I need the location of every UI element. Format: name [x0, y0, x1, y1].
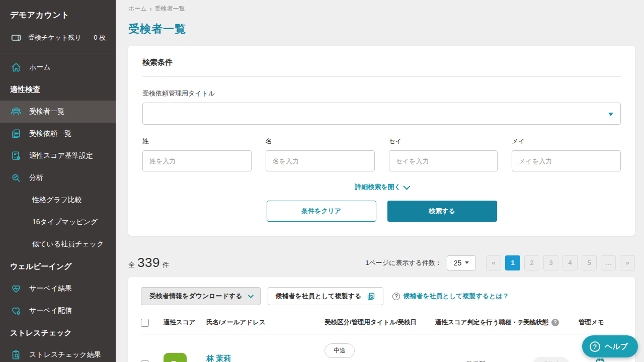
chevron-down-icon	[403, 183, 410, 190]
select-all-checkbox[interactable]	[141, 319, 149, 327]
ticket-icon	[10, 32, 22, 44]
pagination-prev[interactable]: «	[486, 255, 501, 270]
last-name-kana-input[interactable]	[389, 150, 498, 171]
sidebar-item-request-list[interactable]: 受検依頼一覧	[0, 123, 116, 145]
sidebar-section-stress: ストレスチェック	[0, 322, 116, 344]
total-prefix: 全	[128, 260, 135, 269]
status-badge: 受検済	[533, 357, 569, 362]
people-group-icon	[10, 106, 22, 118]
help-question-icon: ?	[590, 341, 600, 352]
first-name-kana-input[interactable]	[512, 150, 621, 171]
main-content: ホーム › 受検者一覧 受検者一覧 検索条件 受検依頼管理用タイトル 姓 名 セ…	[116, 0, 644, 362]
help-button[interactable]: ? ヘルプ	[582, 335, 638, 357]
help-label: ヘルプ	[605, 342, 628, 351]
sidebar-item-stress-results[interactable]: ストレスチェック結果	[0, 344, 116, 362]
search-heading: 検索条件	[142, 58, 621, 67]
last-name-input[interactable]	[142, 150, 252, 171]
name-fields: 姓 名 セイ メイ	[142, 137, 621, 171]
sidebar-item-label: 受検者一覧	[29, 107, 64, 116]
ticket-count: 0 枚	[94, 33, 106, 42]
chevron-down-icon	[248, 293, 254, 298]
pagination: « 1 2 3 4 5 … »	[486, 255, 635, 270]
per-page-value: 25	[454, 259, 462, 267]
col-header-memo: 管理メモ	[579, 318, 622, 327]
per-page-label: 1ページに表示する件数：	[365, 258, 442, 267]
page-title: 受検者一覧	[128, 22, 635, 37]
duplicate-button-label: 候補者を社員として複製する	[275, 292, 361, 301]
duplicate-help-label: 候補者を社員として複製するとは？	[403, 292, 509, 301]
sidebar: デモアカウント 受検チケット残り 0 枚 ホーム 適性検査 受検者一覧 受検依頼…	[0, 0, 116, 362]
first-name-input[interactable]	[266, 150, 375, 171]
col-header-score: 適性スコア	[164, 318, 206, 327]
heart-gear-icon	[10, 305, 22, 317]
sidebar-item-home[interactable]: ホーム	[0, 56, 116, 78]
status-header-label: 受検状態	[523, 318, 548, 327]
pagination-page-1[interactable]: 1	[505, 255, 520, 270]
duplicate-icon	[366, 292, 376, 301]
breadcrumb-separator: ›	[150, 6, 152, 13]
sidebar-item-label: 性格グラフ比較	[32, 196, 82, 205]
pagination-ellipsis[interactable]: …	[601, 255, 616, 270]
sidebar-item-survey-delivery[interactable]: サーベイ配信	[0, 300, 116, 322]
col-header-exam: 受検区分/管理用タイトル/受検日	[325, 318, 435, 327]
sidebar-item-16type-mapping[interactable]: 16タイプマッピング	[0, 211, 116, 233]
sidebar-item-label: 適性スコア基準設定	[29, 151, 93, 160]
sidebar-item-score-settings[interactable]: A⁺ 適性スコア基準設定	[0, 145, 116, 167]
sidebar-section-wellbeing: ウェルビーイング	[0, 255, 116, 278]
divider	[142, 76, 621, 77]
score-badge: C-	[164, 353, 187, 362]
col-header-team: 適性スコア判定を行う職種・チーム	[435, 318, 523, 327]
pagination-page-3[interactable]: 3	[543, 255, 558, 270]
team-name: 営業部	[466, 360, 486, 362]
sidebar-divider	[0, 53, 116, 53]
last-name-kana-label: セイ	[389, 137, 498, 146]
pagination-next[interactable]: »	[620, 255, 635, 270]
ticket-label: 受検チケット残り	[28, 33, 82, 42]
status-cell: 受検済	[523, 357, 579, 362]
clear-conditions-button[interactable]: 条件をクリア	[267, 201, 376, 222]
sidebar-item-analysis[interactable]: 分析	[0, 167, 116, 189]
name-email-cell: 林 茉莉 user109@mikiwame.lm-com	[206, 354, 325, 362]
sidebar-item-label: 受検依頼一覧	[29, 129, 71, 138]
status-help-icon[interactable]: ?	[551, 319, 559, 326]
duplicate-as-employee-button[interactable]: 候補者を社員として複製する	[268, 287, 383, 305]
pagination-page-5[interactable]: 5	[582, 255, 597, 270]
search-panel: 検索条件 受検依頼管理用タイトル 姓 名 セイ メイ	[128, 46, 635, 236]
examinee-name-link[interactable]: 林 茉莉	[206, 354, 325, 362]
sidebar-item-label: ストレスチェック結果	[29, 350, 101, 359]
breadcrumb: ホーム › 受検者一覧	[128, 0, 635, 13]
magnifier-icon	[10, 172, 22, 184]
total-count: 339	[137, 255, 160, 270]
advanced-search-link[interactable]: 詳細検索を開く	[355, 183, 409, 192]
ticket-remaining-row: 受検チケット残り 0 枚	[0, 28, 116, 48]
breadcrumb-current: 受検者一覧	[155, 5, 185, 13]
last-name-label: 姓	[142, 137, 252, 146]
download-examinee-info-button[interactable]: 受検者情報をダウンロードする	[141, 287, 261, 305]
edit-memo-button[interactable]	[594, 357, 607, 362]
sidebar-item-label: 16タイプマッピング	[32, 218, 98, 227]
sidebar-item-examinee-list[interactable]: 受検者一覧	[0, 101, 116, 123]
score-settings-icon: A⁺	[10, 150, 22, 162]
col-header-name-email: 氏名/メールアドレス	[206, 318, 325, 327]
col-header-status: 受検状態 ?	[523, 318, 579, 327]
request-title-select[interactable]	[142, 103, 621, 125]
exam-cell: 中途 デモ中途受検 2023/08/24	[325, 343, 435, 362]
pagination-page-4[interactable]: 4	[562, 255, 578, 270]
breadcrumb-home[interactable]: ホーム	[128, 5, 147, 13]
exam-category-badge: 中途	[325, 343, 355, 358]
memo-cell	[579, 357, 622, 362]
pagination-page-2[interactable]: 2	[524, 255, 539, 270]
home-icon	[10, 61, 22, 73]
sidebar-item-similar-employee[interactable]: 似ている社員チェック	[0, 233, 116, 255]
sidebar-item-survey-results[interactable]: サーベイ結果	[0, 278, 116, 300]
sidebar-item-personality-graph[interactable]: 性格グラフ比較	[0, 189, 116, 211]
duplicate-help-link[interactable]: ? 候補者を社員として複製するとは？	[392, 292, 509, 301]
examinee-table-panel: 受検者情報をダウンロードする 候補者を社員として複製する ? 候補者を社員として…	[128, 277, 635, 362]
caret-down-icon	[465, 261, 469, 264]
sidebar-item-label: ホーム	[29, 63, 51, 72]
per-page-select[interactable]: 25	[447, 255, 476, 270]
total-count-group: 全 339 件	[128, 255, 169, 270]
sidebar-item-label: サーベイ配信	[29, 306, 72, 315]
search-button[interactable]: 検索する	[387, 201, 497, 222]
team-cell: 営業部 i	[435, 360, 523, 362]
